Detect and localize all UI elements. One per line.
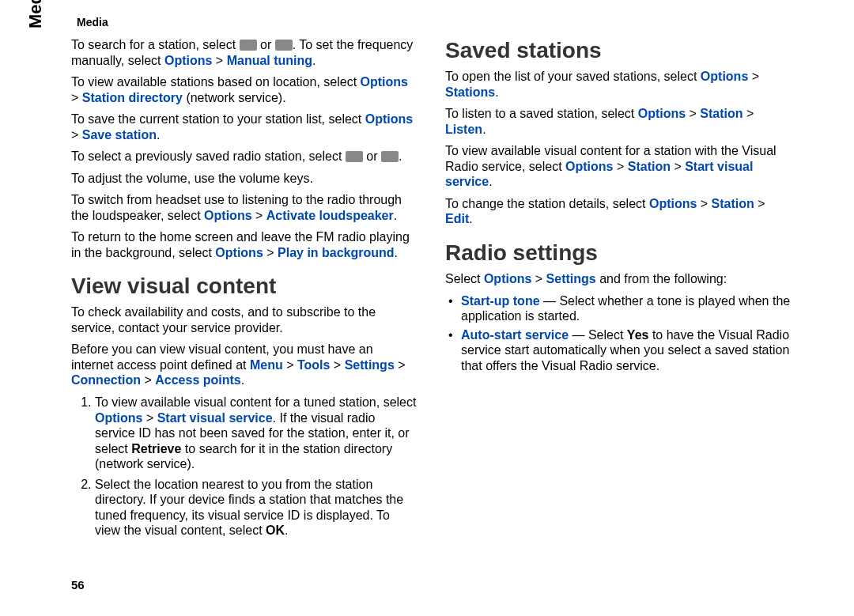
page-number: 56	[71, 578, 85, 592]
page: Media Media To search for a station, sel…	[0, 0, 854, 616]
ok-label: OK	[266, 523, 285, 537]
heading-view-visual-content: View visual content	[71, 273, 417, 300]
options-link: Options	[484, 272, 531, 285]
page-header: Media	[77, 16, 791, 29]
visual-content-steps: To view available visual content for a t…	[71, 395, 417, 539]
options-link: Options	[649, 197, 697, 210]
prev-station-icon	[381, 151, 399, 162]
station-link: Station	[700, 107, 743, 120]
para-loudspeaker: To switch from headset use to listening …	[71, 192, 417, 223]
options-link: Options	[701, 70, 748, 83]
settings-list: Start-up tone — Select whether a tone is…	[445, 293, 791, 374]
body-columns: To search for a station, select or . To …	[71, 37, 791, 559]
side-tab: Media	[25, 0, 47, 28]
station-link: Station	[628, 160, 671, 173]
para-open-saved: To open the list of your saved stations,…	[445, 69, 791, 100]
settings-link: Settings	[546, 272, 596, 285]
options-link: Options	[215, 246, 263, 259]
heading-saved-stations: Saved stations	[445, 37, 791, 64]
station-link: Station	[712, 197, 754, 210]
setting-auto-start: Auto-start service — Select Yes to have …	[456, 327, 791, 374]
para-background: To return to the home screen and leave t…	[71, 229, 417, 260]
para-check-availability: To check availability and costs, and to …	[71, 304, 417, 335]
activate-loudspeaker-link: Activate loudspeaker	[266, 209, 394, 222]
connection-link: Connection	[71, 373, 141, 387]
start-up-tone-link: Start-up tone	[461, 294, 540, 308]
para-listen-saved: To listen to a saved station, select Opt…	[445, 106, 791, 137]
step-1: To view available visual content for a t…	[95, 395, 417, 472]
para-station-directory: To view available stations based on loca…	[71, 74, 417, 105]
para-access-points: Before you can view visual content, you …	[71, 342, 417, 388]
para-volume: To adjust the volume, use the volume key…	[71, 171, 417, 187]
options-link: Options	[638, 107, 686, 120]
station-directory-link: Station directory	[82, 91, 183, 104]
seek-left-icon	[240, 40, 257, 51]
options-link: Options	[565, 160, 613, 173]
seek-right-icon	[275, 40, 293, 51]
para-save-station: To save the current station to your stat…	[71, 111, 417, 142]
options-link: Options	[204, 209, 251, 222]
para-edit-station: To change the station details, select Op…	[445, 196, 791, 227]
yes-label: Yes	[627, 328, 649, 342]
options-link: Options	[95, 411, 142, 425]
para-visual-saved: To view available visual content for a s…	[445, 143, 791, 190]
access-points-link: Access points	[155, 373, 240, 387]
retrieve-label: Retrieve	[131, 442, 181, 455]
start-visual-service-link: Start visual service	[157, 411, 273, 425]
stations-link: Stations	[445, 85, 495, 99]
para-prev-saved: To select a previously saved radio stati…	[71, 149, 417, 164]
menu-link: Menu	[250, 358, 283, 372]
heading-radio-settings: Radio settings	[445, 240, 791, 266]
options-link: Options	[365, 112, 413, 126]
setting-startup-tone: Start-up tone — Select whether a tone is…	[456, 293, 791, 324]
options-link: Options	[164, 54, 212, 67]
settings-link: Settings	[345, 358, 395, 372]
para-radio-settings: Select Options > Settings and from the f…	[445, 271, 791, 287]
next-station-icon	[346, 151, 363, 162]
tools-link: Tools	[297, 358, 330, 372]
manual-tuning-link: Manual tuning	[227, 54, 312, 67]
listen-link: Listen	[445, 123, 482, 136]
step-2: Select the location nearest to you from …	[95, 477, 417, 539]
options-link: Options	[361, 75, 408, 89]
edit-link: Edit	[445, 212, 469, 225]
para-search-station: To search for a station, select or . To …	[71, 37, 417, 68]
save-station-link: Save station	[82, 128, 157, 142]
play-in-background-link: Play in background	[278, 246, 395, 259]
auto-start-service-link: Auto-start service	[461, 328, 569, 342]
